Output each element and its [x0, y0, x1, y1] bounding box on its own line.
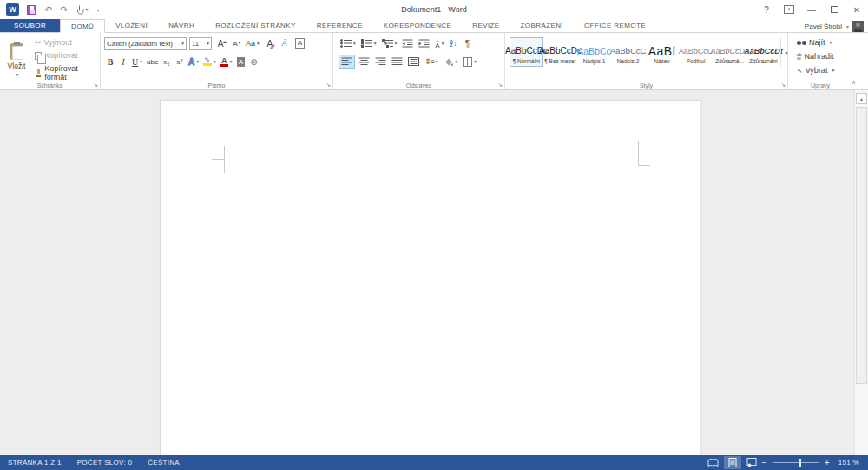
underline-button[interactable]: U▾	[130, 55, 144, 69]
tab-office-remote[interactable]: OFFICE REMOTE	[574, 19, 656, 32]
grow-font-button[interactable]: A	[214, 36, 227, 50]
style-nadpis-1[interactable]: AaBbCc Nadpis 1	[577, 37, 611, 67]
change-case-button[interactable]: Aa▾	[244, 36, 261, 50]
shrink-font-button[interactable]: A	[229, 36, 241, 50]
show-hide-marks-button[interactable]: ¶	[461, 36, 473, 50]
zoom-slider[interactable]	[773, 462, 819, 463]
clear-formatting-button[interactable]: A	[264, 36, 276, 50]
touch-mode-button[interactable]: ▾	[76, 4, 88, 15]
copy-button[interactable]: Kopírovat	[33, 50, 100, 61]
style-nazev[interactable]: AaBl Název	[645, 37, 679, 67]
justify-button[interactable]	[390, 55, 404, 69]
align-center-button[interactable]	[357, 55, 372, 69]
tab-rozlozeni-stranky[interactable]: ROZLOŽENÍ STRÁNKY	[205, 19, 306, 32]
underline-icon: U	[132, 57, 138, 67]
user-account[interactable]: Pavel Štrobl ▾	[805, 19, 864, 33]
character-shading-button[interactable]: A	[234, 55, 247, 69]
title-bar: W ↶ ↷ ▾ ▾ Dokument1 - Word ? ∧ — ✕	[0, 0, 868, 19]
asian-layout-button[interactable]: ↔A ▾	[433, 36, 445, 50]
tab-domu[interactable]: DOMŮ	[60, 19, 105, 33]
word-count[interactable]: POČET SLOV: 0	[69, 455, 140, 470]
ribbon-display-options-button[interactable]: ∧	[778, 0, 800, 19]
increase-indent-button[interactable]	[417, 36, 431, 50]
language-indicator[interactable]: ČEŠTINA	[140, 455, 187, 470]
superscript-button[interactable]: x²	[174, 55, 186, 69]
text-effects-button[interactable]: A▾	[187, 55, 201, 69]
styles-dialog-launcher[interactable]: ↘	[780, 82, 786, 88]
line-spacing-button[interactable]: ⇕≡ ▾	[423, 55, 440, 69]
scrollbar-thumb[interactable]	[856, 107, 867, 384]
customize-qat-icon[interactable]: ▾	[96, 7, 99, 13]
zoom-percentage[interactable]: 151 %	[832, 459, 865, 467]
tab-soubor[interactable]: SOUBOR	[0, 19, 60, 32]
shading-button[interactable]: ▾	[442, 55, 460, 69]
select-button[interactable]: ↖ Vybrat ▾	[795, 65, 836, 75]
enclose-characters-icon: ⊛	[250, 57, 257, 67]
close-button[interactable]: ✕	[845, 0, 868, 19]
replace-button[interactable]: abac Nahradit	[795, 51, 836, 62]
distributed-button[interactable]	[406, 55, 421, 69]
font-name-combo[interactable]: Calibri (Základní text) ▾	[104, 37, 187, 50]
tab-vlozeni[interactable]: VLOŽENÍ	[105, 19, 158, 32]
font-size-combo[interactable]: 11 ▾	[189, 37, 212, 50]
font-color-button[interactable]: A ▾	[219, 55, 234, 69]
clipboard-dialog-launcher[interactable]: ↘	[93, 82, 98, 88]
font-dialog-launcher[interactable]: ↘	[326, 82, 331, 88]
strikethrough-button[interactable]: abc	[145, 55, 160, 69]
cut-button[interactable]: ✂ Vyjmout	[33, 37, 100, 48]
character-border-button[interactable]: A	[293, 36, 306, 50]
web-layout-button[interactable]	[743, 456, 760, 469]
undo-button[interactable]: ↶	[44, 4, 52, 15]
tab-revize[interactable]: REVIZE	[462, 19, 510, 32]
enclose-characters-button[interactable]: ⊛	[247, 55, 260, 69]
page-indicator[interactable]: STRÁNKA 1 Z 1	[0, 455, 69, 470]
vertical-scrollbar[interactable]: ▲	[854, 90, 868, 455]
sort-button[interactable]: AZ↓	[447, 36, 459, 50]
increase-indent-icon	[418, 39, 430, 48]
restore-button[interactable]	[823, 0, 845, 19]
collapse-ribbon-button[interactable]: ∧	[852, 79, 856, 86]
italic-button[interactable]: I	[117, 55, 129, 69]
word-logo-icon[interactable]: W	[6, 3, 19, 16]
copy-icon	[35, 52, 42, 60]
highlight-button[interactable]: ✎ ▾	[201, 55, 218, 69]
tab-korespondence[interactable]: KORESPONDENCE	[373, 19, 463, 32]
zoom-out-button[interactable]: −	[762, 459, 767, 467]
borders-button[interactable]: ▾	[461, 55, 478, 69]
bullets-button[interactable]: ▾	[339, 36, 358, 50]
align-left-button[interactable]	[339, 55, 355, 69]
help-button[interactable]: ?	[755, 0, 778, 19]
redo-button[interactable]: ↷	[60, 4, 68, 15]
bold-icon: B	[108, 57, 114, 67]
paste-clipboard-icon	[10, 43, 23, 60]
decrease-indent-button[interactable]	[400, 36, 415, 50]
style-zdurazne-subtle[interactable]: AaBbCcDc Zdůrazně...	[713, 37, 746, 67]
multilevel-list-button[interactable]: ▾	[380, 36, 399, 50]
subscript-button[interactable]: x₂	[161, 55, 173, 69]
paste-button[interactable]: Vložit ▾	[3, 36, 30, 85]
underline-dropdown-icon: ▾	[140, 59, 142, 64]
style-podtitul[interactable]: AaBbCcC Podtitul	[679, 37, 713, 67]
minimize-button[interactable]: —	[800, 0, 823, 19]
zoom-slider-thumb[interactable]	[799, 459, 801, 467]
style-bez-mezer[interactable]: AaBbCcDc ¶ Bez mezer	[543, 37, 577, 67]
zoom-in-button[interactable]: +	[825, 459, 830, 467]
bold-button[interactable]: B	[104, 55, 116, 69]
paragraph-dialog-launcher[interactable]: ↘	[497, 82, 503, 88]
save-button[interactable]	[27, 5, 36, 15]
find-button[interactable]: Najít ▾	[795, 37, 836, 48]
read-mode-button[interactable]	[705, 456, 722, 469]
user-avatar[interactable]	[852, 21, 864, 32]
style-zduraznieni[interactable]: AaBbCcDt Zdůraznění	[746, 37, 780, 67]
numbering-button[interactable]: ▾	[359, 36, 378, 50]
scroll-up-button[interactable]: ▲	[856, 93, 867, 104]
style-nadpis-2[interactable]: AaBbCcC Nadpis 2	[611, 37, 645, 67]
document-page[interactable]	[160, 100, 700, 455]
tab-reference[interactable]: REFERENCE	[306, 19, 373, 32]
tab-zobrazeni[interactable]: ZOBRAZENÍ	[510, 19, 574, 32]
tab-navrh[interactable]: NÁVRH	[158, 19, 205, 32]
format-painter-button[interactable]: Kopírovat formát	[33, 63, 100, 82]
align-right-button[interactable]	[373, 55, 388, 69]
phonetic-guide-button[interactable]: Ä	[279, 36, 291, 50]
print-layout-button[interactable]	[724, 456, 741, 469]
